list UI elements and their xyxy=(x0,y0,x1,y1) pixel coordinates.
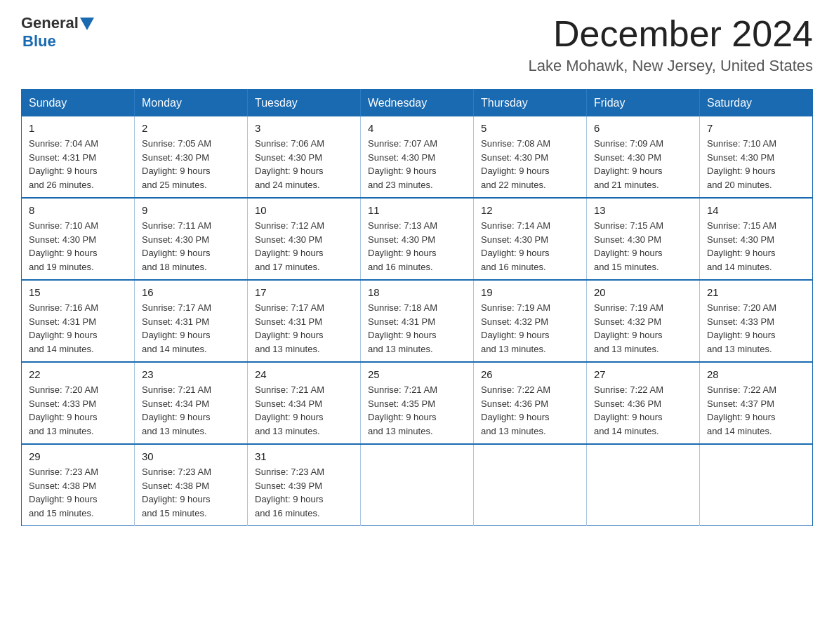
day-number: 4 xyxy=(368,122,466,134)
day-info: Sunrise: 7:16 AMSunset: 4:31 PMDaylight:… xyxy=(29,301,127,356)
day-number: 20 xyxy=(594,286,692,298)
day-number: 21 xyxy=(707,286,805,298)
day-number: 15 xyxy=(29,286,127,298)
day-info: Sunrise: 7:23 AMSunset: 4:39 PMDaylight:… xyxy=(255,465,353,520)
calendar-header-row: SundayMondayTuesdayWednesdayThursdayFrid… xyxy=(22,90,813,117)
calendar-cell: 9Sunrise: 7:11 AMSunset: 4:30 PMDaylight… xyxy=(135,198,248,280)
day-number: 2 xyxy=(142,122,240,134)
day-number: 12 xyxy=(481,204,579,216)
day-info: Sunrise: 7:21 AMSunset: 4:35 PMDaylight:… xyxy=(368,383,466,438)
header-day-monday: Monday xyxy=(135,90,248,117)
day-info: Sunrise: 7:17 AMSunset: 4:31 PMDaylight:… xyxy=(255,301,353,356)
calendar-cell: 25Sunrise: 7:21 AMSunset: 4:35 PMDayligh… xyxy=(361,362,474,444)
day-info: Sunrise: 7:04 AMSunset: 4:31 PMDaylight:… xyxy=(29,137,127,192)
day-info: Sunrise: 7:09 AMSunset: 4:30 PMDaylight:… xyxy=(594,137,692,192)
calendar-cell: 19Sunrise: 7:19 AMSunset: 4:32 PMDayligh… xyxy=(474,280,587,362)
day-info: Sunrise: 7:08 AMSunset: 4:30 PMDaylight:… xyxy=(481,137,579,192)
day-info: Sunrise: 7:07 AMSunset: 4:30 PMDaylight:… xyxy=(368,137,466,192)
calendar-cell xyxy=(700,444,813,526)
day-info: Sunrise: 7:20 AMSunset: 4:33 PMDaylight:… xyxy=(29,383,127,438)
day-number: 29 xyxy=(29,450,127,462)
day-number: 13 xyxy=(594,204,692,216)
calendar-cell xyxy=(587,444,700,526)
day-number: 25 xyxy=(368,368,466,380)
day-number: 6 xyxy=(594,122,692,134)
day-info: Sunrise: 7:20 AMSunset: 4:33 PMDaylight:… xyxy=(707,301,805,356)
day-info: Sunrise: 7:19 AMSunset: 4:32 PMDaylight:… xyxy=(594,301,692,356)
calendar-cell: 28Sunrise: 7:22 AMSunset: 4:37 PMDayligh… xyxy=(700,362,813,444)
calendar-cell: 6Sunrise: 7:09 AMSunset: 4:30 PMDaylight… xyxy=(587,116,700,198)
logo: General Blue xyxy=(21,14,94,51)
calendar-cell: 12Sunrise: 7:14 AMSunset: 4:30 PMDayligh… xyxy=(474,198,587,280)
calendar-cell: 18Sunrise: 7:18 AMSunset: 4:31 PMDayligh… xyxy=(361,280,474,362)
day-number: 30 xyxy=(142,450,240,462)
calendar-cell: 2Sunrise: 7:05 AMSunset: 4:30 PMDaylight… xyxy=(135,116,248,198)
header-day-wednesday: Wednesday xyxy=(361,90,474,117)
day-number: 16 xyxy=(142,286,240,298)
day-info: Sunrise: 7:19 AMSunset: 4:32 PMDaylight:… xyxy=(481,301,579,356)
day-number: 8 xyxy=(29,204,127,216)
day-info: Sunrise: 7:14 AMSunset: 4:30 PMDaylight:… xyxy=(481,219,579,274)
day-info: Sunrise: 7:12 AMSunset: 4:30 PMDaylight:… xyxy=(255,219,353,274)
calendar-week-row: 15Sunrise: 7:16 AMSunset: 4:31 PMDayligh… xyxy=(22,280,813,362)
calendar-cell: 21Sunrise: 7:20 AMSunset: 4:33 PMDayligh… xyxy=(700,280,813,362)
calendar-cell xyxy=(361,444,474,526)
calendar-cell: 30Sunrise: 7:23 AMSunset: 4:38 PMDayligh… xyxy=(135,444,248,526)
calendar-table: SundayMondayTuesdayWednesdayThursdayFrid… xyxy=(21,89,813,526)
day-number: 18 xyxy=(368,286,466,298)
calendar-cell: 4Sunrise: 7:07 AMSunset: 4:30 PMDaylight… xyxy=(361,116,474,198)
logo-general-text: General xyxy=(21,14,79,32)
day-number: 24 xyxy=(255,368,353,380)
day-number: 28 xyxy=(707,368,805,380)
day-info: Sunrise: 7:06 AMSunset: 4:30 PMDaylight:… xyxy=(255,137,353,192)
day-info: Sunrise: 7:13 AMSunset: 4:30 PMDaylight:… xyxy=(368,219,466,274)
day-info: Sunrise: 7:10 AMSunset: 4:30 PMDaylight:… xyxy=(707,137,805,192)
calendar-cell: 26Sunrise: 7:22 AMSunset: 4:36 PMDayligh… xyxy=(474,362,587,444)
calendar-cell xyxy=(474,444,587,526)
day-info: Sunrise: 7:23 AMSunset: 4:38 PMDaylight:… xyxy=(142,465,240,520)
calendar-cell: 27Sunrise: 7:22 AMSunset: 4:36 PMDayligh… xyxy=(587,362,700,444)
calendar-cell: 8Sunrise: 7:10 AMSunset: 4:30 PMDaylight… xyxy=(22,198,135,280)
day-info: Sunrise: 7:21 AMSunset: 4:34 PMDaylight:… xyxy=(255,383,353,438)
day-number: 17 xyxy=(255,286,353,298)
day-number: 19 xyxy=(481,286,579,298)
day-number: 26 xyxy=(481,368,579,380)
logo-triangle-icon xyxy=(80,18,94,30)
calendar-cell: 1Sunrise: 7:04 AMSunset: 4:31 PMDaylight… xyxy=(22,116,135,198)
calendar-cell: 14Sunrise: 7:15 AMSunset: 4:30 PMDayligh… xyxy=(700,198,813,280)
day-info: Sunrise: 7:22 AMSunset: 4:37 PMDaylight:… xyxy=(707,383,805,438)
header: General Blue December 2024 Lake Mohawk, … xyxy=(21,14,813,75)
calendar-cell: 23Sunrise: 7:21 AMSunset: 4:34 PMDayligh… xyxy=(135,362,248,444)
header-day-thursday: Thursday xyxy=(474,90,587,117)
day-number: 7 xyxy=(707,122,805,134)
header-day-tuesday: Tuesday xyxy=(248,90,361,117)
header-day-sunday: Sunday xyxy=(22,90,135,117)
day-info: Sunrise: 7:22 AMSunset: 4:36 PMDaylight:… xyxy=(594,383,692,438)
month-title: December 2024 xyxy=(528,14,813,54)
calendar-cell: 11Sunrise: 7:13 AMSunset: 4:30 PMDayligh… xyxy=(361,198,474,280)
header-day-saturday: Saturday xyxy=(700,90,813,117)
day-number: 5 xyxy=(481,122,579,134)
calendar-cell: 10Sunrise: 7:12 AMSunset: 4:30 PMDayligh… xyxy=(248,198,361,280)
calendar-week-row: 8Sunrise: 7:10 AMSunset: 4:30 PMDaylight… xyxy=(22,198,813,280)
day-number: 3 xyxy=(255,122,353,134)
day-number: 14 xyxy=(707,204,805,216)
location-title: Lake Mohawk, New Jersey, United States xyxy=(528,57,813,75)
calendar-cell: 13Sunrise: 7:15 AMSunset: 4:30 PMDayligh… xyxy=(587,198,700,280)
day-number: 10 xyxy=(255,204,353,216)
calendar-cell: 29Sunrise: 7:23 AMSunset: 4:38 PMDayligh… xyxy=(22,444,135,526)
day-number: 11 xyxy=(368,204,466,216)
calendar-cell: 24Sunrise: 7:21 AMSunset: 4:34 PMDayligh… xyxy=(248,362,361,444)
calendar-cell: 16Sunrise: 7:17 AMSunset: 4:31 PMDayligh… xyxy=(135,280,248,362)
day-info: Sunrise: 7:15 AMSunset: 4:30 PMDaylight:… xyxy=(707,219,805,274)
logo-blue-section xyxy=(79,16,94,30)
day-info: Sunrise: 7:15 AMSunset: 4:30 PMDaylight:… xyxy=(594,219,692,274)
day-info: Sunrise: 7:05 AMSunset: 4:30 PMDaylight:… xyxy=(142,137,240,192)
calendar-week-row: 22Sunrise: 7:20 AMSunset: 4:33 PMDayligh… xyxy=(22,362,813,444)
day-info: Sunrise: 7:17 AMSunset: 4:31 PMDaylight:… xyxy=(142,301,240,356)
calendar-week-row: 29Sunrise: 7:23 AMSunset: 4:38 PMDayligh… xyxy=(22,444,813,526)
day-info: Sunrise: 7:11 AMSunset: 4:30 PMDaylight:… xyxy=(142,219,240,274)
calendar-cell: 3Sunrise: 7:06 AMSunset: 4:30 PMDaylight… xyxy=(248,116,361,198)
day-number: 9 xyxy=(142,204,240,216)
day-number: 1 xyxy=(29,122,127,134)
